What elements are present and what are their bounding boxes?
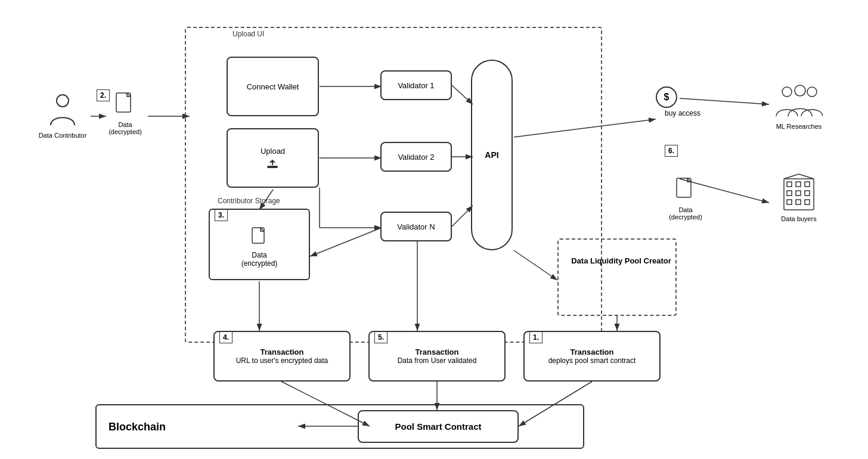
t1-title: Transaction [548, 348, 636, 356]
validatorN-box: Validator N [380, 212, 452, 241]
contributor-storage-box: 3. Data(encrypted) [209, 209, 310, 280]
dollar-sign-icon: $ [656, 86, 677, 108]
data-contributor-actor: Data Contributor [36, 92, 89, 139]
connect-wallet-box: Connect Wallet [227, 57, 319, 116]
svg-rect-10 [805, 182, 810, 187]
svg-rect-11 [787, 191, 792, 196]
data-decrypted-buyer: Data(decrypted) [665, 178, 706, 221]
data-decrypted-contributor-label: Data(decrypted) [104, 121, 146, 135]
svg-line-17 [784, 174, 799, 179]
validator2-label: Validator 2 [398, 153, 434, 162]
svg-line-32 [680, 98, 769, 104]
data-decrypted-doc-icon [115, 92, 136, 117]
svg-rect-15 [796, 200, 801, 204]
t4-subtitle: URL to user's encrypted data [236, 356, 328, 365]
ml-researchers-actor: ML Researches [769, 83, 829, 130]
buy-access-label: buy access [665, 109, 700, 117]
svg-point-4 [782, 87, 792, 97]
step-4-badge: 4. [219, 331, 232, 343]
step-6-badge: 6. [665, 145, 678, 157]
svg-rect-16 [805, 200, 810, 204]
ml-researchers-label: ML Researches [769, 123, 829, 130]
svg-rect-0 [268, 166, 277, 168]
svg-point-2 [57, 95, 69, 107]
pool-smart-contract-label: Pool Smart Contract [395, 421, 481, 432]
transaction1-box: 1. Transaction deploys pool smart contra… [523, 331, 661, 382]
svg-rect-19 [677, 178, 691, 197]
validatorN-label: Validator N [397, 222, 435, 231]
data-encrypted-label: Data(encrypted) [241, 251, 278, 268]
upload-icon [265, 156, 280, 170]
svg-rect-12 [796, 191, 801, 196]
connect-wallet-label: Connect Wallet [247, 82, 299, 91]
blockchain-label: Blockchain [108, 420, 166, 433]
transaction5-box: 5. Transaction Data from User validated [368, 331, 506, 382]
data-decrypted-buyer-icon [675, 178, 696, 203]
diagram: Upload UI Contributor Storage Data Liqui… [0, 0, 868, 459]
validator1-box: Validator 1 [380, 70, 452, 100]
step-5-badge: 5. [374, 331, 388, 343]
svg-rect-3 [116, 93, 131, 112]
svg-rect-8 [787, 182, 792, 187]
t1-subtitle: deploys pool smart contract [548, 356, 636, 365]
data-buyers-actor: Data buyers [772, 173, 826, 222]
upload-label: Upload [261, 147, 285, 156]
svg-point-6 [807, 87, 817, 97]
svg-rect-14 [787, 200, 792, 204]
dlp-container [557, 238, 677, 316]
data-contributor-label: Data Contributor [36, 132, 89, 139]
upload-ui-label: Upload UI [232, 30, 264, 38]
data-encrypted-icon [250, 227, 268, 249]
data-decrypted-contributor: Data(decrypted) [104, 92, 146, 135]
api-label: API [485, 150, 498, 160]
validator2-box: Validator 2 [380, 142, 452, 172]
data-buyers-icon [781, 173, 817, 212]
transaction4-box: 4. Transaction URL to user's encrypted d… [213, 331, 351, 382]
step-3-badge: 3. [215, 209, 228, 221]
svg-point-5 [795, 85, 805, 96]
validator1-label: Validator 1 [398, 81, 434, 90]
step-1-badge: 1. [529, 331, 542, 343]
contributor-storage-label: Contributor Storage [218, 197, 280, 205]
svg-line-18 [799, 174, 814, 179]
t4-title: Transaction [236, 348, 328, 356]
data-buyers-label: Data buyers [772, 215, 826, 222]
t5-subtitle: Data from User validated [398, 356, 477, 365]
svg-rect-13 [805, 191, 810, 196]
ml-researchers-icon [775, 83, 823, 119]
data-decrypted-buyer-label: Data(decrypted) [665, 206, 706, 221]
api-box: API [471, 60, 513, 250]
t5-title: Transaction [398, 348, 477, 356]
upload-box: Upload [227, 128, 319, 188]
pool-smart-contract-box: Pool Smart Contract [358, 410, 519, 443]
svg-rect-9 [796, 182, 801, 187]
dlp-label: Data Liquidity Pool Creator [568, 255, 675, 266]
data-contributor-icon [48, 92, 78, 128]
